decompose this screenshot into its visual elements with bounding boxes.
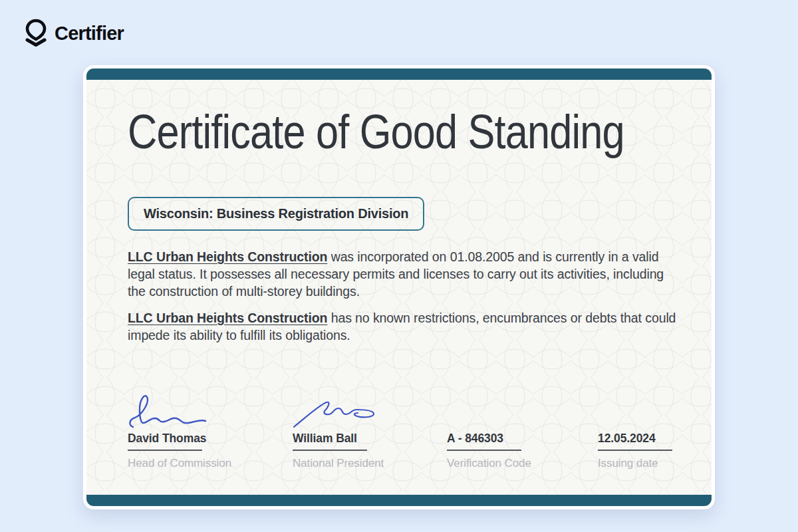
certificate-paragraph-1: LLC Urban Heights Construction was incor… [128,249,685,301]
signatory-column-national-president: William Ball National President [293,391,384,470]
signature-line [447,450,521,451]
signatory-name: David Thomas [128,432,231,446]
company-name: LLC Urban Heights Construction [128,311,327,325]
signature-line [293,450,367,451]
certificate-top-bar [86,68,712,80]
certificate-body: Certificate of Good Standing Wisconsin: … [86,80,712,495]
issuing-date-block: 12.05.2024 Issuing date [598,391,672,470]
issuing-date-label: Issuing date [598,457,672,470]
verification-code-block: A - 846303 Verification Code [447,391,531,470]
signatory-role: Head of Commission [128,457,231,470]
brand-name: Certifier [55,23,124,45]
company-name: LLC Urban Heights Construction [128,249,327,264]
signatory-role: National President [293,457,384,470]
empty-signature-space [447,391,531,430]
certificate-inner: Certificate of Good Standing Wisconsin: … [86,68,712,506]
certificate-bottom-bar [86,495,712,506]
certifier-logo-icon [23,19,49,48]
certificate-title: Certificate of Good Standing [128,106,624,158]
verification-code-value: A - 846303 [447,432,531,446]
certificate-card: Certificate of Good Standing Wisconsin: … [83,65,715,509]
signatory-column-head-of-commission: David Thomas Head of Commission [128,391,231,470]
authority-badge: Wisconsin: Business Registration Divisio… [128,197,424,231]
signature-line [128,450,202,451]
signatory-name: William Ball [293,432,384,446]
page-background: { "brand": { "name": "Certifier" }, "cer… [0,0,798,532]
signature-david-thomas-icon [128,391,231,430]
verification-code-label: Verification Code [447,457,531,470]
brand-logo: Certifier [23,19,124,48]
signature-william-ball-icon [293,391,384,430]
certificate-paragraph-2: LLC Urban Heights Construction has no kn… [128,310,685,344]
empty-signature-space [598,391,672,430]
signature-line [598,450,672,451]
issuing-date-value: 12.05.2024 [598,432,672,446]
